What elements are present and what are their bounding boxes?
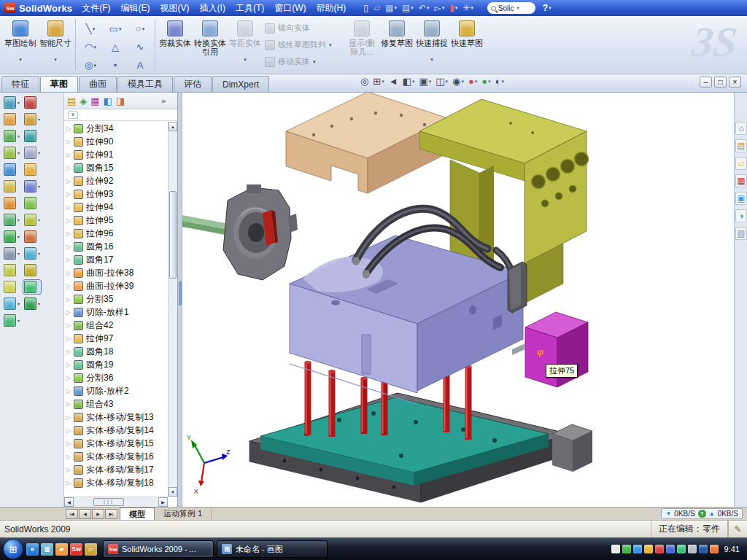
displaymanager-tab-icon[interactable]: ◨	[116, 96, 125, 106]
convert-entities-icon[interactable]: ▾	[23, 196, 41, 210]
model-clamp-part[interactable]	[223, 184, 298, 280]
scrollbar-thumb[interactable]	[169, 191, 177, 279]
tree-item[interactable]: ▷ 切除-放样2	[64, 384, 168, 397]
flyout-caret-icon[interactable]: ▾	[18, 318, 20, 323]
apply-scene-icon[interactable]: ● ▾	[480, 76, 492, 87]
swept-boss-icon[interactable]: ▾	[3, 129, 20, 143]
dropdown-caret-icon[interactable]: ▾	[488, 79, 491, 85]
toolbar-options-caret-icon[interactable]: ▾	[549, 5, 551, 11]
shell-icon[interactable]: ▾	[3, 280, 20, 294]
save-icon[interactable]: ▦ ▾	[383, 3, 399, 13]
new-document-icon[interactable]: ▯ ▾	[361, 3, 371, 13]
flyout-caret-icon[interactable]: ▾	[38, 117, 40, 122]
expand-arrow-icon[interactable]: ▷	[66, 296, 74, 303]
configurationmanager-tab-icon[interactable]: ▦	[90, 96, 99, 106]
document-recovery-icon[interactable]: ▧	[735, 227, 747, 240]
graphics-area[interactable]: Y Z X	[182, 93, 734, 507]
dropdown-caret-icon[interactable]: ▾	[502, 79, 505, 85]
extruded-boss-icon[interactable]: ▾	[3, 96, 20, 109]
tab-nav-button[interactable]: ▶|	[105, 509, 117, 519]
appearances-icon[interactable]: ▦	[735, 174, 747, 187]
expand-arrow-icon[interactable]: ▷	[66, 375, 74, 381]
dropdown-caret-icon[interactable]: ▾	[430, 57, 433, 63]
expand-arrow-icon[interactable]: ▷	[66, 178, 74, 184]
dropdown-caret-icon[interactable]: ▾	[329, 42, 332, 48]
start-button[interactable]: ⊞	[3, 539, 23, 559]
media-player-icon[interactable]: ▰	[55, 543, 68, 556]
tree-item[interactable]: ▷ 圆角15	[64, 161, 168, 174]
tree-item[interactable]: ▷ 实体-移动/复制17	[64, 463, 168, 476]
dropdown-caret-icon[interactable]: ▾	[244, 57, 247, 63]
flyout-caret-icon[interactable]: ▾	[18, 217, 20, 222]
circle-icon[interactable]: ○ ▾	[128, 20, 152, 38]
point-icon[interactable]: • ▾	[103, 56, 128, 74]
sketch-point-icon[interactable]: ▾	[23, 230, 41, 244]
plane-icon[interactable]: ▾	[23, 246, 41, 260]
tree-item[interactable]: ▷ 实体-移动/复制16	[64, 450, 168, 463]
select-icon[interactable]: ▻ ▾	[432, 3, 446, 13]
folder-shortcut-icon[interactable]: ▱	[85, 543, 97, 556]
polygon-icon[interactable]: △ ▾	[103, 38, 128, 56]
design-library-icon[interactable]: ▤	[735, 139, 747, 152]
dropdown-caret-icon[interactable]: ▾	[93, 44, 96, 50]
revolved-cut-icon[interactable]: ▾	[3, 196, 20, 210]
search-input[interactable]: Solic	[498, 4, 514, 12]
ribbon-button[interactable]: 草图绘制 ▾	[3, 18, 38, 71]
taskbar-task[interactable]: Sw SolidWorks 2009 - ...	[103, 540, 214, 558]
ribbon-small-button[interactable]: 移动实体 ▾	[263, 53, 344, 70]
menu-item[interactable]: 工具(T)	[231, 1, 269, 16]
command-tab[interactable]: 评估	[174, 76, 212, 92]
arc-icon[interactable]: ◠ ▾	[78, 38, 103, 56]
display-style-icon[interactable]: ◫ ▾	[434, 76, 449, 87]
model-step-block[interactable]	[552, 424, 592, 472]
hide-show-items-icon[interactable]: ◉ ▾	[451, 76, 465, 87]
tree-item[interactable]: ▷ 分割36	[64, 371, 168, 384]
3d-sketch-icon[interactable]: ▾	[23, 297, 41, 311]
line-icon[interactable]: ╲ ▾	[78, 20, 103, 38]
tree-horizontal-scrollbar[interactable]: ◀ ▶	[64, 497, 168, 507]
trim-entities-icon[interactable]: ▾	[23, 179, 41, 193]
tree-item[interactable]: ▷ 拉伸90	[64, 135, 168, 148]
dropdown-caret-icon[interactable]: ▾	[119, 26, 122, 32]
ribbon-button[interactable]: 快速草图 ▾	[449, 18, 484, 71]
tree-item[interactable]: ▷ 组合42	[64, 319, 168, 332]
solidworks-launcher-icon[interactable]: Sw	[70, 543, 82, 556]
expand-arrow-icon[interactable]: ▷	[66, 362, 74, 368]
scroll-down-icon[interactable]: ▼	[169, 487, 177, 497]
sketch-pattern-icon[interactable]: ▾	[23, 213, 41, 227]
command-tab[interactable]: DimXpert	[212, 76, 269, 92]
menu-item[interactable]: 文件(F)	[77, 1, 115, 16]
flyout-caret-icon[interactable]: ▾	[18, 100, 20, 105]
expand-arrow-icon[interactable]: ▷	[66, 467, 74, 473]
tree-item[interactable]: ▷ 拉伸91	[64, 148, 168, 161]
flyout-caret-icon[interactable]: ▾	[18, 234, 20, 239]
section-view-icon[interactable]: ◧ ▾	[401, 76, 417, 87]
minimize-document-button[interactable]: –	[700, 77, 712, 88]
curves-icon[interactable]: ▾	[3, 314, 20, 327]
options-icon[interactable]: ✳ ▾	[460, 3, 476, 13]
expand-arrow-icon[interactable]: ▷	[66, 440, 74, 447]
fillet-icon[interactable]: ▾	[3, 230, 20, 244]
scenes-icon[interactable]: ▣	[735, 192, 747, 205]
command-tab[interactable]: 特征	[1, 76, 39, 92]
dropdown-caret-icon[interactable]: ▾	[93, 63, 96, 69]
ellipse-icon[interactable]: ◎ ▾	[78, 56, 103, 74]
tray-icon-1[interactable]	[611, 545, 620, 553]
scroll-right-icon[interactable]: ▶	[158, 497, 168, 507]
tray-icon-7[interactable]	[677, 545, 686, 553]
flyout-caret-icon[interactable]: ▾	[38, 217, 40, 222]
expand-arrow-icon[interactable]: ▷	[66, 152, 74, 158]
dimxpertmanager-tab-icon[interactable]: ◧	[104, 96, 112, 106]
ribbon-button[interactable]: 转换实体引用 ▾	[193, 18, 228, 71]
model-canvas[interactable]: Y Z X	[182, 93, 734, 507]
ribbon-small-button[interactable]: 镜向实体 ▾	[263, 20, 344, 36]
expand-arrow-icon[interactable]: ▷	[66, 414, 74, 421]
expand-arrow-icon[interactable]: ▷	[66, 257, 74, 263]
tree-item[interactable]: ▷ 分割35	[64, 292, 168, 306]
undo-icon[interactable]: ↶ ▾	[417, 3, 432, 13]
flyout-caret-icon[interactable]: ▾	[38, 301, 40, 306]
lofted-boss-icon[interactable]: ▾	[3, 146, 20, 160]
tree-item[interactable]: ▷ 实体-移动/复制13	[64, 411, 168, 424]
zoom-fit-icon[interactable]: ◎ ▾	[359, 76, 370, 87]
expand-arrow-icon[interactable]: ▷	[66, 309, 74, 316]
